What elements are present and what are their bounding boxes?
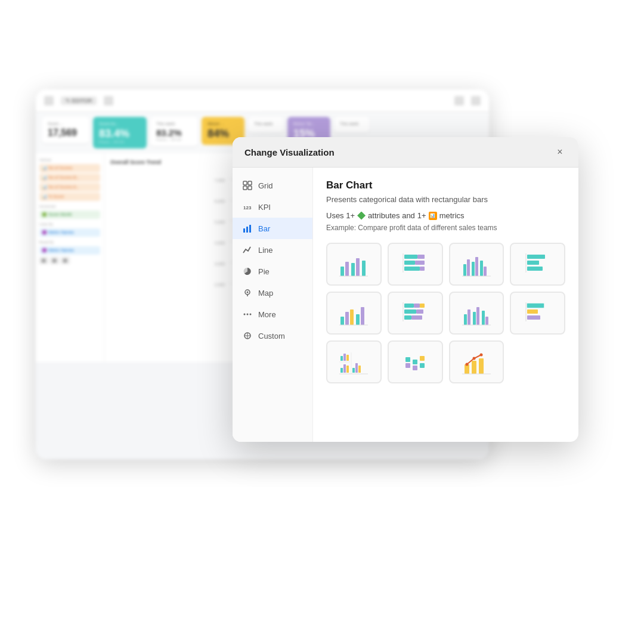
svg-rect-66 xyxy=(414,304,420,308)
svg-rect-60 xyxy=(345,312,349,325)
map-icon xyxy=(242,287,253,298)
dashboard-toolbar: ✎ EDITOR xyxy=(36,89,489,112)
svg-rect-38 xyxy=(356,258,360,276)
nav-grid-label: Grid xyxy=(258,181,273,190)
svg-rect-69 xyxy=(416,309,423,314)
svg-rect-25 xyxy=(249,225,251,233)
svg-rect-80 xyxy=(527,304,544,308)
svg-text:5,000: 5,000 xyxy=(215,220,225,224)
svg-text:3,000: 3,000 xyxy=(215,262,225,266)
svg-rect-102 xyxy=(420,363,425,368)
variant-bar-vertical-grouped-3[interactable] xyxy=(449,292,504,335)
svg-rect-44 xyxy=(415,261,425,265)
nav-item-pie[interactable]: Pie xyxy=(233,261,312,282)
nav-more-label: More xyxy=(258,310,276,319)
variant-bar-small-multi[interactable] xyxy=(326,340,382,383)
svg-rect-18 xyxy=(243,181,247,185)
pie-icon xyxy=(242,266,253,277)
grid-icon xyxy=(242,180,253,191)
metric-icon: 📊 xyxy=(429,212,437,220)
svg-rect-41 xyxy=(404,255,417,259)
svg-rect-67 xyxy=(420,304,425,308)
nav-custom-label: Custom xyxy=(258,332,285,340)
variant-bar-vertical-grouped-2[interactable] xyxy=(326,292,382,335)
svg-rect-48 xyxy=(463,264,466,276)
variant-bar-horizontal-plain-2[interactable] xyxy=(510,292,565,335)
nav-item-bar[interactable]: Bar xyxy=(233,218,312,239)
svg-rect-77 xyxy=(482,311,485,325)
svg-rect-51 xyxy=(475,257,478,276)
svg-rect-71 xyxy=(411,315,422,320)
svg-rect-56 xyxy=(527,261,539,265)
modal-title: Change Visualization xyxy=(244,147,335,157)
svg-rect-91 xyxy=(352,368,355,373)
svg-text:123: 123 xyxy=(243,205,252,210)
svg-rect-63 xyxy=(361,307,364,325)
nav-item-custom[interactable]: Custom xyxy=(233,325,312,346)
svg-rect-87 xyxy=(346,366,349,373)
svg-rect-105 xyxy=(479,358,484,374)
svg-rect-73 xyxy=(464,314,467,325)
svg-rect-21 xyxy=(248,186,252,190)
svg-rect-23 xyxy=(243,228,245,233)
variant-bar-vertical-grouped[interactable] xyxy=(326,243,382,286)
svg-rect-104 xyxy=(472,361,476,374)
svg-rect-98 xyxy=(405,363,410,368)
variant-bar-horizontal-stacked[interactable] xyxy=(388,243,443,286)
svg-point-28 xyxy=(247,292,249,293)
bar-icon xyxy=(242,223,253,234)
svg-rect-82 xyxy=(527,309,538,314)
nav-item-map[interactable]: Map xyxy=(233,282,312,304)
nav-bar-label: Bar xyxy=(258,224,270,233)
svg-point-29 xyxy=(244,314,246,315)
chart-type-title: Bar Chart xyxy=(326,179,565,191)
variant-bar-line-combo[interactable] xyxy=(449,340,504,383)
modal-close-button[interactable]: × xyxy=(553,145,566,159)
nav-item-grid[interactable]: Grid xyxy=(233,175,312,196)
svg-rect-57 xyxy=(527,267,543,271)
variant-bar-horizontal-stacked-2[interactable] xyxy=(388,292,443,335)
svg-rect-68 xyxy=(404,309,416,314)
svg-rect-76 xyxy=(476,307,479,325)
svg-point-30 xyxy=(247,314,249,315)
nav-map-label: Map xyxy=(258,289,273,298)
svg-point-31 xyxy=(250,314,252,315)
svg-point-106 xyxy=(465,363,468,366)
line-icon xyxy=(242,244,253,255)
visualization-nav: Grid 123 KPI Bar Line xyxy=(233,168,313,442)
kpi-icon: 123 xyxy=(242,202,253,212)
svg-rect-89 xyxy=(343,354,346,361)
more-icon xyxy=(242,309,253,320)
variant-scatter-dot[interactable] xyxy=(388,340,443,383)
variant-bar-vertical-side[interactable] xyxy=(449,243,504,286)
svg-rect-52 xyxy=(480,261,483,276)
svg-rect-90 xyxy=(346,355,349,361)
svg-point-107 xyxy=(472,357,475,360)
svg-rect-100 xyxy=(413,366,417,370)
svg-rect-45 xyxy=(404,267,420,271)
svg-rect-83 xyxy=(527,315,540,320)
svg-rect-37 xyxy=(351,263,355,276)
svg-rect-39 xyxy=(362,261,366,276)
variant-bar-horizontal-plain[interactable] xyxy=(510,243,565,286)
diamond-icon xyxy=(357,212,366,220)
svg-point-108 xyxy=(479,354,482,357)
chart-type-description: Presents categorical data with rectangul… xyxy=(326,195,565,204)
nav-item-line[interactable]: Line xyxy=(233,239,312,261)
svg-rect-93 xyxy=(358,366,361,373)
svg-rect-99 xyxy=(413,360,417,364)
svg-rect-46 xyxy=(420,267,425,271)
chart-example: Example: Compare profit data of differen… xyxy=(326,224,565,232)
custom-icon xyxy=(242,330,253,341)
svg-text:2,000: 2,000 xyxy=(215,283,225,287)
svg-rect-92 xyxy=(355,363,358,373)
svg-rect-55 xyxy=(527,255,545,259)
svg-rect-88 xyxy=(340,356,343,361)
nav-item-more[interactable]: More xyxy=(233,304,312,325)
svg-text:4,000: 4,000 xyxy=(215,241,225,245)
nav-item-kpi[interactable]: 123 KPI xyxy=(233,196,312,218)
svg-rect-35 xyxy=(340,267,344,276)
svg-rect-49 xyxy=(467,259,470,276)
svg-rect-101 xyxy=(420,356,425,361)
svg-rect-70 xyxy=(404,315,411,320)
